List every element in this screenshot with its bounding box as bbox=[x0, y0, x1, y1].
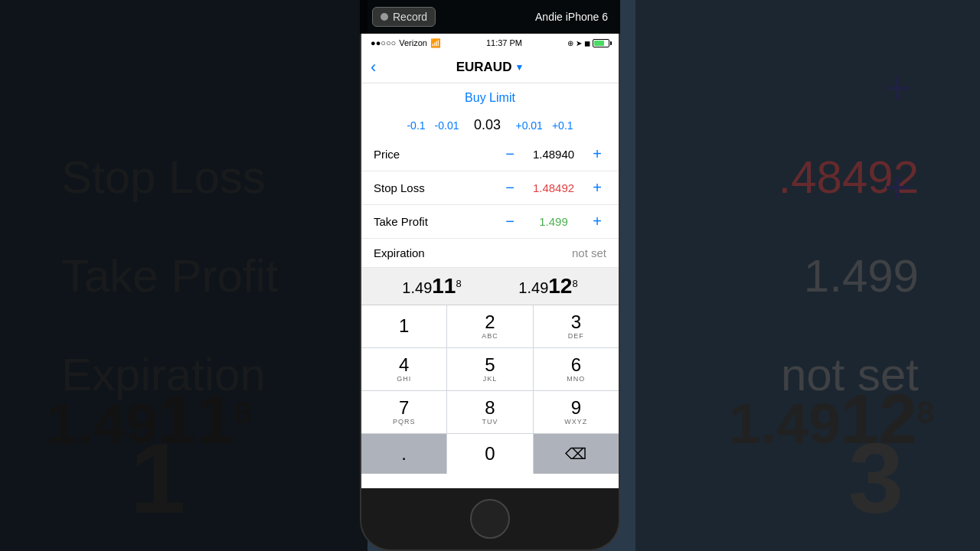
stop-loss-minus[interactable]: − bbox=[501, 179, 519, 197]
take-profit-controls: − 1.499 + bbox=[501, 213, 606, 230]
stop-loss-plus[interactable]: + bbox=[588, 179, 606, 197]
backspace-icon: ⌫ bbox=[565, 445, 586, 463]
keypad: 1 2 ABC 3 DEF 4 GHI bbox=[361, 305, 619, 474]
stop-loss-label: Stop Loss bbox=[374, 181, 425, 194]
vol-minus-small[interactable]: -0.01 bbox=[435, 119, 459, 132]
kp-right-prefix: 1.49 bbox=[518, 279, 548, 296]
key-backspace[interactable]: ⌫ bbox=[534, 434, 619, 474]
record-dot bbox=[381, 13, 388, 21]
status-right: ⊕ ➤ ◼ bbox=[567, 39, 609, 47]
expiration-label: Expiration bbox=[374, 246, 425, 259]
kp-right-highlight: 12 bbox=[548, 274, 572, 298]
dark-overlay-right bbox=[635, 0, 980, 551]
kp-right-value: 1.49128 bbox=[518, 274, 577, 298]
key-1[interactable]: 1 bbox=[361, 305, 446, 347]
vol-plus-large[interactable]: +0.1 bbox=[552, 119, 573, 132]
price-controls: − 1.48940 + bbox=[501, 145, 606, 163]
price-minus[interactable]: − bbox=[501, 145, 519, 163]
kp-left-highlight: 11 bbox=[432, 274, 456, 298]
signal-dots: ●●○○○ bbox=[371, 38, 396, 47]
key-9[interactable]: 9 WXYZ bbox=[534, 391, 619, 433]
record-button[interactable]: Record bbox=[372, 7, 436, 27]
bluetooth-icon: ◼ bbox=[584, 39, 590, 47]
record-label: Record bbox=[393, 11, 427, 23]
phone-bottom bbox=[361, 488, 619, 549]
key-8[interactable]: 8 TUV bbox=[447, 391, 532, 433]
trade-type-label: Buy Limit bbox=[361, 83, 619, 112]
key-2[interactable]: 2 ABC bbox=[447, 305, 532, 347]
back-button[interactable]: ‹ bbox=[371, 57, 376, 77]
key-4[interactable]: 4 GHI bbox=[361, 348, 446, 390]
dropdown-arrow[interactable]: ▼ bbox=[514, 62, 524, 73]
keypad-display: 1.49118 1.49128 bbox=[361, 268, 619, 305]
status-bar: ●●○○○ Verizon 📶 11:37 PM ⊕ ➤ ◼ bbox=[361, 34, 619, 52]
volume-controls: -0.1 -0.01 0.03 +0.01 +0.1 bbox=[361, 112, 619, 138]
recording-bar: Record Andie iPhone 6 bbox=[360, 0, 620, 34]
take-profit-label: Take Profit bbox=[374, 215, 428, 228]
price-row: Price − 1.48940 + bbox=[361, 138, 619, 171]
status-time: 11:37 PM bbox=[486, 38, 522, 47]
app-content: ‹ EURAUD ▼ Buy Limit -0.1 -0.01 0.03 +0.… bbox=[361, 52, 619, 488]
kp-left-super: 8 bbox=[456, 278, 461, 289]
price-label: Price bbox=[374, 148, 400, 161]
currency-pair: EURAUD bbox=[456, 60, 512, 75]
expiration-value: not set bbox=[572, 246, 606, 259]
key-3[interactable]: 3 DEF bbox=[534, 305, 619, 347]
vol-plus-small[interactable]: +0.01 bbox=[515, 119, 542, 132]
key-7[interactable]: 7 PQRS bbox=[361, 391, 446, 433]
key-dot[interactable]: . bbox=[361, 434, 446, 474]
key-0[interactable]: 0 bbox=[447, 434, 532, 474]
dark-overlay-left bbox=[0, 0, 368, 551]
take-profit-row: Take Profit − 1.499 + bbox=[361, 205, 619, 239]
key-6[interactable]: 6 MNO bbox=[534, 348, 619, 390]
status-left: ●●○○○ Verizon 📶 bbox=[371, 38, 441, 48]
phone-wrapper: Record Andie iPhone 6 ●●○○○ Verizon 📶 11… bbox=[360, 0, 620, 551]
take-profit-plus[interactable]: + bbox=[588, 213, 606, 230]
expiration-row: Expiration not set bbox=[361, 239, 619, 268]
carrier: Verizon bbox=[399, 38, 427, 47]
battery-tip bbox=[610, 41, 612, 45]
kp-left-value: 1.49118 bbox=[402, 274, 461, 298]
price-plus[interactable]: + bbox=[588, 145, 606, 163]
nav-bar: ‹ EURAUD ▼ bbox=[361, 52, 619, 83]
form-section: Price − 1.48940 + Stop Loss − 1.48492 + bbox=[361, 138, 619, 488]
price-value: 1.48940 bbox=[527, 148, 580, 161]
kp-right-super: 8 bbox=[572, 278, 577, 289]
battery-icon bbox=[593, 39, 609, 47]
take-profit-value: 1.499 bbox=[527, 215, 580, 228]
vol-minus-large[interactable]: -0.1 bbox=[407, 119, 425, 132]
home-button[interactable] bbox=[470, 499, 510, 539]
wifi-icon: 📶 bbox=[430, 38, 441, 48]
location-icon: ⊕ bbox=[567, 39, 573, 47]
take-profit-minus[interactable]: − bbox=[501, 213, 519, 230]
stop-loss-controls: − 1.48492 + bbox=[501, 179, 606, 197]
phone-body: ●●○○○ Verizon 📶 11:37 PM ⊕ ➤ ◼ ‹ EU bbox=[360, 34, 620, 551]
nav-title: EURAUD ▼ bbox=[456, 60, 524, 75]
device-name: Andie iPhone 6 bbox=[535, 11, 608, 23]
kp-left-prefix: 1.49 bbox=[402, 279, 432, 296]
stop-loss-row: Stop Loss − 1.48492 + bbox=[361, 171, 619, 205]
key-5[interactable]: 5 JKL bbox=[447, 348, 532, 390]
arrow-icon: ➤ bbox=[576, 39, 582, 47]
vol-value: 0.03 bbox=[468, 117, 506, 133]
stop-loss-value: 1.48492 bbox=[527, 181, 580, 194]
battery-fill bbox=[594, 41, 604, 46]
